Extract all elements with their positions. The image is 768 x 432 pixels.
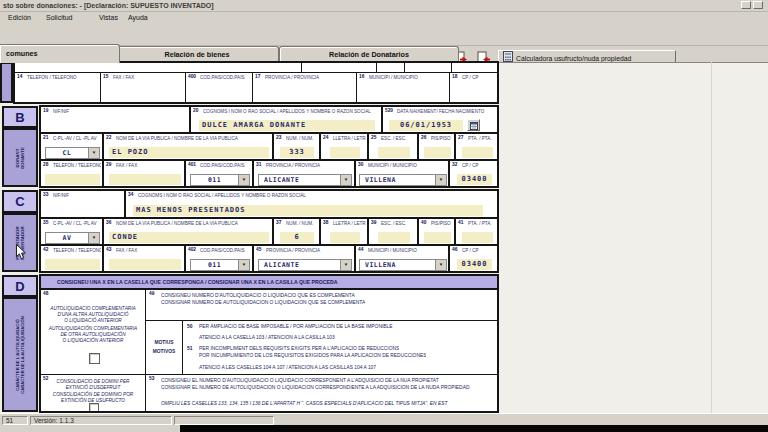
application-window: sto sobre donaciones: - [Declaración: SU… [0,0,768,432]
window-title: sto sobre donaciones: - [Declaración: SU… [3,1,214,10]
menu-ayuda[interactable]: Ayuda [128,12,148,24]
field-41: 41PTA. / PTA. [455,218,498,245]
combo-municipio-donante[interactable]: VILLENA▼ [359,174,447,186]
client-divider-line [711,62,712,413]
motivos-label: MOTIVOS [146,349,182,355]
section-d-header: CONSIGNEU UNA X EN LA CASELLA QUE CORRES… [40,275,498,289]
combo-arrow-button[interactable]: ▼ [435,260,446,270]
combo-tipo-via-presentador[interactable]: AV▼ [45,232,100,244]
combo-tipo-via-donante[interactable]: CL▼ [45,147,100,159]
status-cell-left: 51 [2,416,28,425]
input-via-donante[interactable]: EL POZO [109,147,269,158]
motius-label: MOTIUS [146,340,182,346]
field-49: 49 CONSIGNEU NÚMERO D'AUTOLIQUIDACIÓ O L… [145,289,498,321]
combo-arrow-button[interactable]: ▼ [340,260,351,270]
field-39: 39ESC. / ESC. [368,218,418,245]
input-telefono-presentador[interactable] [45,259,100,270]
field-43: 43FAX / FAX [103,245,185,272]
toolbar: Z Envío de datos Calculadora usufructo/n… [0,24,768,46]
combo-municipio-presentador[interactable]: VILLENA▼ [359,259,447,271]
input-piso-donante[interactable] [424,147,451,158]
combo-arrow-button[interactable]: ▼ [88,148,99,158]
input-letra-presentador[interactable] [330,232,360,243]
field-15: 15FAX / FAX [100,72,186,103]
input-cp-donante[interactable]: 03400 [457,174,492,185]
cell-divider [404,63,405,72]
field-16: 16MUNICIPI / MUNICIPIO [356,72,450,103]
input-cp-presentador[interactable]: 03400 [457,259,492,270]
menu-vistas[interactable]: Vistas [99,12,118,24]
field-40: 40PIS/PISO [418,218,455,245]
cell-divider [301,63,302,72]
input-letra-donante[interactable] [330,147,360,158]
combo-arrow-button[interactable]: ▼ [238,260,249,270]
maximize-button[interactable] [753,1,763,9]
field-50-51: 50 PER AMPLIACIÓ DE BASE IMPOSABLE / POR… [182,320,498,375]
mouse-cursor [16,244,27,264]
combo-arrow-button[interactable]: ▼ [88,233,99,243]
section-d-side-strip: CARÀCTER DE L'AUTOLIQUIDACIÓCARÁCTER DE … [2,297,38,412]
section-d-letter: D [2,275,38,297]
status-cell-empty [174,416,274,425]
combo-provincia-presentador[interactable]: ALICANTE▼ [258,259,352,271]
input-nombre-presentador[interactable]: MAS MENOS PRESENTADOS [133,205,483,216]
field-20: 20COGNOMS I NOM O RAÓ SOCIAL / APELLIDOS… [190,106,382,133]
minimize-button[interactable] [741,1,751,9]
cell-divider [451,63,452,72]
input-telefono-donante[interactable] [45,174,100,185]
tab-comunes[interactable]: comunes [0,44,120,63]
field-33: 33NIF/NIF [40,190,125,218]
input-esc-donante[interactable] [378,147,410,158]
field-32: 32CP / CP 03400 [449,160,498,187]
section-b-side-label: DONANTDONANTE [15,147,26,169]
input-num-donante[interactable]: 333 [280,147,314,158]
input-fax-donante[interactable] [109,174,181,185]
input-num-presentador[interactable]: 6 [280,232,314,243]
tab-relacion-de-bienes[interactable]: Relación de bienes [115,46,279,63]
combo-arrow-button[interactable]: ▼ [238,175,249,185]
combo-arrow-button[interactable]: ▼ [435,175,446,185]
field-46: 46CP / CP 03400 [449,245,498,272]
combo-pais-presentador[interactable]: 011▼ [190,259,250,271]
field-520: 520DATA NAIXEMENT/ FECHA NACIMIENTO 06/0… [382,106,498,133]
input-pta-presentador[interactable] [462,232,493,243]
cell-divider [376,63,377,72]
input-via-presentador[interactable]: CONDE [109,232,269,243]
field-53: 53 CONSIGNEU EL NÚMERO D'AUTOLIQUIDACIÓ … [145,374,498,412]
section-b-letter: B [2,106,38,128]
input-piso-presentador[interactable] [424,232,451,243]
field-42: 42TELEFON / TELEFONO [40,245,103,272]
menu-bar: Edición Solicitud Vistas Ayuda _ x [0,12,768,24]
input-pta-donante[interactable] [462,147,493,158]
section-b-side-strip: DONANTDONANTE [2,128,38,187]
calendar-button[interactable] [467,119,480,131]
combo-pais-donante[interactable]: 011▼ [190,174,250,186]
combo-provincia-donante[interactable]: ALICANTE▼ [258,174,352,186]
field-21: 21C-PL -AV / CL -PL AV CL▼ [40,133,103,160]
field-14: 14TELEFON / TELEFONO [14,72,101,103]
field-24: 24LLETRA / LETRA [320,133,368,160]
field-23: 23NÚM. / NÚM. 333 [273,133,320,160]
input-fecha-nacimiento[interactable]: 06/01/1953 [389,120,463,131]
combo-arrow-button[interactable]: ▼ [340,175,351,185]
menu-solicitud[interactable]: Solicitud [46,12,72,24]
field-37: 37NÚM. / NÚM. 6 [273,218,320,245]
tab-relacion-de-donatarios[interactable]: Relación de Donatarios [279,46,459,63]
input-fax-presentador[interactable] [109,259,181,270]
field-26: 26PIS/PISO [418,133,455,160]
calendar-icon [470,116,478,133]
input-esc-presentador[interactable] [378,232,410,243]
field-29: 29FAX / FAX [103,160,185,187]
field-17: 17PROVINCIA / PROVINCIA [252,72,357,103]
checkbox-autoliquidacion-complementaria[interactable] [89,353,100,364]
field-31: 31PROVINCIA / PROVINCIA ALICANTE▼ [253,160,355,187]
field-402: 402COD.PAIS/COD.PAIS 011▼ [185,245,253,272]
field-45: 45PROVINCIA / PROVINCIA ALICANTE▼ [253,245,355,272]
field-52: 52 CONSOLIDACIÓ DE DOMINI PEREXTINCIÓ D'… [40,374,146,412]
field-19: 19NIF/NIF [40,106,190,133]
motius-cell: MOTIUS MOTIVOS [145,320,183,375]
input-nombre-donante[interactable]: DULCE AMARGA DONANTE [199,120,375,131]
section-d-side-label: CARÀCTER DE L'AUTOLIQUIDACIÓCARÁCTER DE … [15,316,26,394]
checkbox-consolidacion-dominio[interactable] [89,403,99,412]
menu-edicion[interactable]: Edición [8,12,31,24]
